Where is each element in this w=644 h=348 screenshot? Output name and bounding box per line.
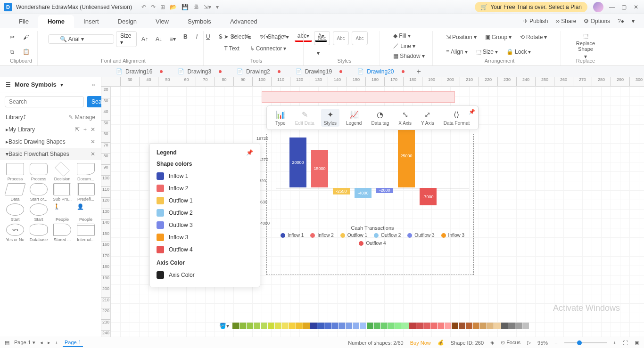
color-swatch[interactable] xyxy=(303,323,310,329)
color-swatch[interactable] xyxy=(480,323,487,329)
color-swatch[interactable] xyxy=(324,323,331,329)
zoom-slider[interactable] xyxy=(564,342,607,343)
styles-more-icon[interactable]: ▾ xyxy=(314,49,322,58)
share-menu[interactable]: ∞ Share xyxy=(555,18,576,24)
export-icon[interactable]: ⇲▾ xyxy=(204,4,211,10)
line-button[interactable]: ／ Line▾ xyxy=(390,40,418,51)
buy-now-link[interactable]: Buy Now xyxy=(410,340,431,346)
color-swatch[interactable] xyxy=(445,323,451,329)
color-swatch[interactable] xyxy=(423,323,430,329)
lock-button[interactable]: 🔒 Lock▾ xyxy=(504,47,534,57)
close-icon[interactable]: ✕ xyxy=(634,4,640,10)
color-swatch[interactable] xyxy=(247,323,253,329)
doc-tab[interactable]: 📄Drawing19 xyxy=(288,68,350,75)
menu-tab-symbols[interactable]: Symbols xyxy=(178,15,221,28)
style-preview-1[interactable]: Abc xyxy=(314,31,330,45)
search-input[interactable] xyxy=(5,96,84,107)
copy-icon[interactable]: ⧉ xyxy=(7,47,17,57)
publish-menu[interactable]: ✈ Publish xyxy=(523,18,548,24)
shape-item[interactable]: Sub Pro... xyxy=(51,183,74,202)
layers-icon[interactable]: ◈ xyxy=(490,340,494,346)
chart-bar[interactable]: -7000 xyxy=(420,188,437,205)
italic-icon[interactable]: I xyxy=(193,32,200,41)
add-page-icon[interactable]: + xyxy=(55,340,58,346)
legend-panel[interactable]: Legend📌 Shape colors Inflow 1Inflow 2Out… xyxy=(149,143,260,287)
color-swatch[interactable] xyxy=(317,323,324,329)
mylib-close-icon[interactable]: ✕ xyxy=(91,126,95,133)
shape-item[interactable]: Start xyxy=(27,203,50,222)
bold-icon[interactable]: B xyxy=(181,32,190,41)
menu-tab-view[interactable]: View xyxy=(146,15,178,28)
color-swatch[interactable] xyxy=(430,323,437,329)
chart-toolbar-data-tag[interactable]: ◔Data tag xyxy=(368,109,392,127)
style-preview-2[interactable]: Abc xyxy=(333,31,349,45)
section-basic-drawing[interactable]: Basic Drawing Shapes xyxy=(8,138,66,145)
legend-color-row[interactable]: Inflow 3 xyxy=(157,231,253,243)
shape-item[interactable]: Data xyxy=(4,183,26,202)
doc-tab[interactable]: 📄Drawing3 xyxy=(170,68,229,75)
format-painter-icon[interactable]: 🖌 xyxy=(20,32,32,42)
legend-color-row[interactable]: Outflow 3 xyxy=(157,219,253,231)
size-button[interactable]: ⬚ Size▾ xyxy=(473,47,501,57)
chart-toolbar-data-format[interactable]: ⟨⟩Data Format xyxy=(441,109,473,127)
legend-pin-icon[interactable]: 📌 xyxy=(246,149,253,156)
color-swatch[interactable] xyxy=(459,323,465,329)
chart-bar[interactable]: -4000 xyxy=(355,188,372,198)
color-swatch[interactable] xyxy=(289,323,296,329)
fullscreen-icon[interactable]: ▣ xyxy=(635,340,639,346)
color-swatch[interactable] xyxy=(353,323,359,329)
chart-toolbar-styles[interactable]: ✦Styles xyxy=(321,109,339,127)
legend-color-row[interactable]: Inflow 1 xyxy=(157,170,253,182)
shape-item[interactable]: Database xyxy=(27,224,50,242)
select-tool[interactable]: ➤ Select▾ xyxy=(221,31,253,42)
fill-button[interactable]: ◆ Fill▾ xyxy=(390,31,413,40)
chart-bar[interactable]: -2550 xyxy=(333,188,350,194)
color-swatch[interactable] xyxy=(409,323,416,329)
color-swatch[interactable] xyxy=(367,323,373,329)
shape-tool[interactable]: ／ Shape▾ xyxy=(258,31,291,42)
chart-toolbar-legend[interactable]: 📈Legend xyxy=(343,109,364,127)
shape-item[interactable]: Decision xyxy=(51,163,74,181)
add-tab-button[interactable]: + xyxy=(412,67,426,76)
open-icon[interactable]: 📂 xyxy=(170,4,177,10)
color-swatch[interactable] xyxy=(275,323,281,329)
position-button[interactable]: ⇲ Position▾ xyxy=(443,32,479,42)
shadow-button[interactable]: ▦ Shadow▾ xyxy=(390,51,427,61)
color-swatch[interactable] xyxy=(473,323,479,329)
font-select[interactable]: 🔍 Arial ▾ xyxy=(48,34,114,44)
legend-color-row[interactable]: Outflow 1 xyxy=(157,194,253,207)
shape-item[interactable]: 👤People xyxy=(74,203,97,222)
fit-page-icon[interactable]: ⛶ xyxy=(623,340,628,346)
shape-item[interactable]: YesYes or No xyxy=(4,224,26,242)
manage-button[interactable]: ✎ Manage xyxy=(68,114,95,121)
zoom-level[interactable]: 95% xyxy=(537,340,548,346)
paste-icon[interactable]: 📋 xyxy=(20,47,33,57)
page-dropdown[interactable]: Page-1 ▾ xyxy=(14,340,35,346)
menu-tab-insert[interactable]: Insert xyxy=(74,15,108,28)
color-swatch[interactable] xyxy=(522,323,529,329)
color-swatch[interactable] xyxy=(381,323,388,329)
maximize-icon[interactable]: ▢ xyxy=(621,4,628,10)
color-swatch[interactable] xyxy=(395,323,402,329)
group-button[interactable]: ▣ Group▾ xyxy=(482,32,514,42)
redo-icon[interactable]: ↷ xyxy=(151,4,156,10)
focus-button[interactable]: ⊙ Focus xyxy=(501,340,520,346)
color-swatch[interactable] xyxy=(374,323,380,329)
color-swatch[interactable] xyxy=(508,323,515,329)
shape-item[interactable]: Internal... xyxy=(74,224,97,242)
shape-item[interactable]: Process xyxy=(27,163,50,181)
collapse-sidebar-icon[interactable]: « xyxy=(92,81,95,88)
shape-rectangle[interactable] xyxy=(262,91,455,103)
doc-tab[interactable]: 📄Drawing20 xyxy=(350,68,412,75)
avatar[interactable] xyxy=(593,2,603,12)
chart-bar[interactable]: -2000 xyxy=(376,188,393,193)
chart-toolbar-x-axis[interactable]: ⤡X Axis xyxy=(396,109,414,127)
color-swatch[interactable] xyxy=(282,323,289,329)
align-button[interactable]: ≡ Align▾ xyxy=(443,47,471,57)
options-menu[interactable]: ⚙ Options xyxy=(584,18,610,24)
mylib-export-icon[interactable]: ⇱ xyxy=(75,126,80,133)
color-swatch[interactable] xyxy=(310,323,317,329)
text-tool[interactable]: T Text xyxy=(221,44,242,53)
help-icon[interactable]: ?● xyxy=(618,18,624,24)
color-swatch[interactable] xyxy=(388,323,395,329)
